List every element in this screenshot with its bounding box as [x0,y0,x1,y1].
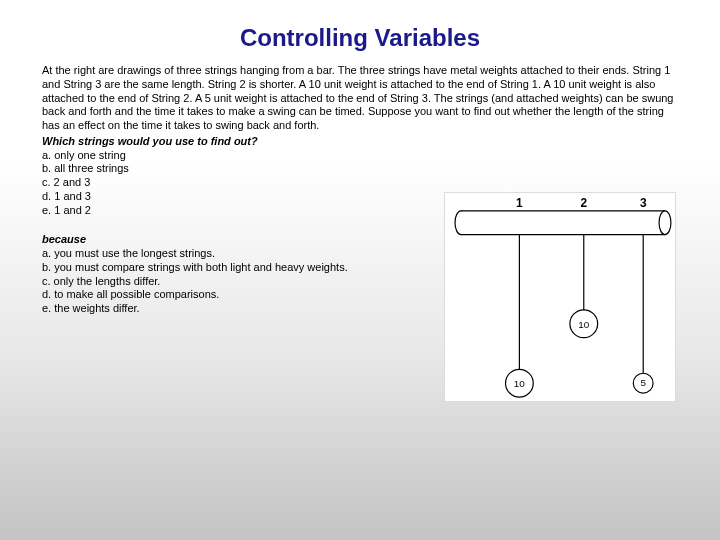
weight-3-label: 5 [640,377,646,388]
option-a: a. only one string [42,149,678,163]
page-title: Controlling Variables [0,0,720,64]
bar-icon [455,211,671,235]
string-label-2: 2 [580,196,587,210]
svg-point-4 [659,211,671,235]
string-label-3: 3 [640,196,647,210]
option-c: c. 2 and 3 [42,176,678,190]
weight-2-label: 10 [578,319,590,330]
diagram-svg: 1 2 3 10 10 5 [445,193,675,401]
string-label-1: 1 [516,196,523,210]
option-b: b. all three strings [42,162,678,176]
strings-diagram: 1 2 3 10 10 5 [444,192,676,402]
question-text: Which strings would you use to find out? [42,135,678,149]
weight-1-label: 10 [514,378,526,389]
description-paragraph: At the right are drawings of three strin… [42,64,678,133]
svg-rect-1 [461,211,665,235]
